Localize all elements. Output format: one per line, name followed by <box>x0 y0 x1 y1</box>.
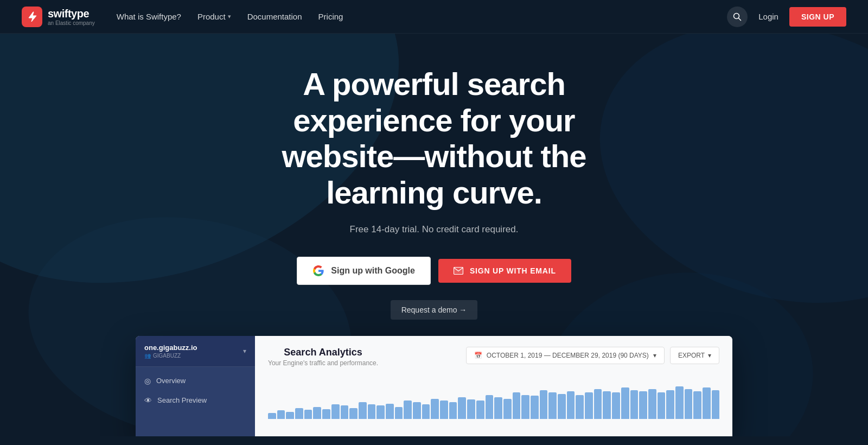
chart-bar <box>277 410 285 419</box>
nav-what-is[interactable]: What is Swiftype? <box>117 12 181 21</box>
signup-email-button[interactable]: SIGN UP WITH EMAIL <box>438 259 571 283</box>
sidebar-chevron-icon[interactable]: ▾ <box>243 347 246 355</box>
navbar-left: swiftype an Elastic company What is Swif… <box>22 7 343 27</box>
dashboard-title-group: Search Analytics Your Engine's traffic a… <box>268 347 378 367</box>
sidebar-nav: ◎ Overview 👁 Search Preview <box>136 367 255 415</box>
hero-section: A powerful search experience for your we… <box>0 0 868 436</box>
site-name: one.gigabuzz.io <box>144 344 197 352</box>
chart-bar <box>558 394 566 419</box>
chart-bar <box>440 400 448 419</box>
dashboard-controls: 📅 OCTOBER 1, 2019 — DECEMBER 29, 2019 (9… <box>466 347 719 364</box>
signup-button[interactable]: SIGN UP <box>789 7 846 27</box>
hero-buttons: Sign up with Google SIGN UP WITH EMAIL <box>239 257 629 285</box>
nav-pricing[interactable]: Pricing <box>318 12 343 21</box>
dashboard-main: Search Analytics Your Engine's traffic a… <box>255 336 732 436</box>
chart-bar <box>295 408 303 418</box>
chart-bar <box>666 390 674 419</box>
nav-links: What is Swiftype? Product ▾ Documentatio… <box>117 12 343 21</box>
chart-bar <box>458 397 466 419</box>
navbar: swiftype an Elastic company What is Swif… <box>0 0 868 34</box>
chart-bar <box>693 391 701 419</box>
chart-bar <box>585 392 593 419</box>
chart-bar <box>548 392 557 419</box>
dashboard-subtitle: Your Engine's traffic and performance. <box>268 359 378 367</box>
chart-bar <box>621 387 629 418</box>
chart-bar <box>648 389 656 419</box>
hero-subtitle: Free 14-day trial. No credit card requir… <box>239 224 629 235</box>
logo[interactable]: swiftype an Elastic company <box>22 7 95 27</box>
signup-google-button[interactable]: Sign up with Google <box>297 257 431 285</box>
google-icon <box>312 265 324 277</box>
chart-bar <box>531 396 539 418</box>
chart-bar <box>268 413 276 419</box>
export-label: EXPORT <box>678 352 705 359</box>
chart-bar <box>476 400 484 419</box>
product-chevron-icon: ▾ <box>228 13 231 20</box>
sidebar-header: one.gigabuzz.io 👥 GIGABUZZ ▾ <box>136 336 255 367</box>
search-preview-label: Search Preview <box>157 396 207 404</box>
signup-google-label: Sign up with Google <box>331 266 415 276</box>
date-range-label: OCTOBER 1, 2019 — DECEMBER 29, 2019 (90 … <box>487 352 649 359</box>
chart-bar <box>639 391 647 419</box>
chart-area <box>268 376 719 419</box>
demo-link-wrapper: Request a demo → <box>239 300 629 320</box>
chart-bar <box>521 395 529 419</box>
chart-bar <box>685 389 693 419</box>
chart-bar <box>313 407 321 419</box>
login-link[interactable]: Login <box>758 12 778 21</box>
chart-bar <box>331 404 340 418</box>
chart-bar <box>404 400 412 419</box>
demo-link[interactable]: Request a demo → <box>391 300 478 320</box>
dashboard-header: Search Analytics Your Engine's traffic a… <box>268 347 719 367</box>
svg-line-1 <box>739 18 741 20</box>
chart-bar <box>449 402 457 419</box>
calendar-icon: 📅 <box>474 352 482 359</box>
signup-email-label: SIGN UP WITH EMAIL <box>470 266 556 275</box>
date-chevron-icon: ▾ <box>653 352 656 359</box>
chart-bar <box>286 412 294 419</box>
sidebar-item-overview[interactable]: ◎ Overview <box>136 371 255 391</box>
chart-bar <box>712 390 720 419</box>
chart-bar <box>368 404 376 418</box>
chart-bar <box>513 392 521 419</box>
nav-product[interactable]: Product ▾ <box>197 12 231 21</box>
chart-bar <box>540 390 548 419</box>
chart-bar <box>386 404 394 419</box>
export-button[interactable]: EXPORT ▾ <box>670 347 719 364</box>
nav-documentation[interactable]: Documentation <box>247 12 302 21</box>
brand-name: swiftype <box>48 8 95 20</box>
logo-icon <box>22 7 42 27</box>
search-button[interactable] <box>727 7 748 27</box>
dashboard-preview: one.gigabuzz.io 👥 GIGABUZZ ▾ ◎ Overview … <box>136 336 732 436</box>
overview-label: Overview <box>156 377 186 385</box>
chart-bar <box>703 387 711 418</box>
date-range-button[interactable]: 📅 OCTOBER 1, 2019 — DECEMBER 29, 2019 (9… <box>466 347 665 364</box>
chart-bar <box>304 410 312 419</box>
chart-bar <box>431 399 439 419</box>
dashboard-title: Search Analytics <box>268 347 378 358</box>
overview-icon: ◎ <box>144 377 151 385</box>
chart-bar <box>422 404 430 418</box>
chart-bar <box>395 407 403 419</box>
chart-bar <box>349 408 358 418</box>
export-chevron-icon: ▾ <box>708 352 711 359</box>
brand-sub: an Elastic company <box>48 20 95 26</box>
email-icon <box>454 267 463 275</box>
chart-bar <box>675 386 684 419</box>
hero-title: A powerful search experience for your we… <box>239 66 629 211</box>
chart-bar <box>658 392 666 419</box>
site-info: one.gigabuzz.io 👥 GIGABUZZ <box>144 344 197 359</box>
sidebar-item-search-preview[interactable]: 👁 Search Preview <box>136 391 255 410</box>
chart-bar <box>630 390 639 419</box>
dashboard-sidebar: one.gigabuzz.io 👥 GIGABUZZ ▾ ◎ Overview … <box>136 336 255 436</box>
chart-bar <box>359 402 367 419</box>
chart-bar <box>567 391 575 419</box>
chart-bar <box>503 399 512 419</box>
chart-bar <box>494 397 502 419</box>
chart-bar <box>341 405 349 419</box>
search-icon <box>733 12 742 21</box>
bolt-icon <box>26 11 38 23</box>
chart-bar <box>486 395 494 419</box>
navbar-right: Login SIGN UP <box>727 7 846 27</box>
chart-bar <box>467 399 475 418</box>
